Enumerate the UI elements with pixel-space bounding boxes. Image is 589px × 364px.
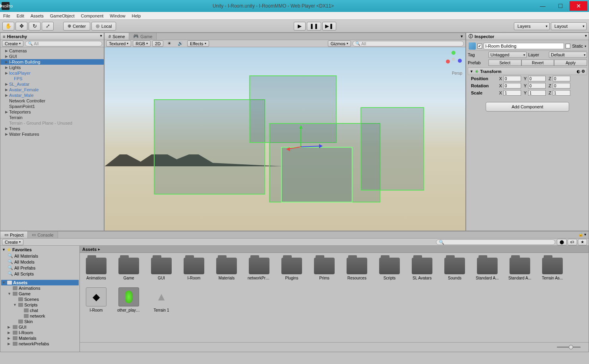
hierarchy-item[interactable]: ▶Teleporters: [0, 109, 104, 115]
rotation-x-input[interactable]: [504, 83, 521, 89]
hierarchy-item[interactable]: ▶Trees: [0, 126, 104, 131]
transform-component-header[interactable]: ▼ ⚹ Transform ◐ ⚙: [468, 67, 587, 75]
project-tab[interactable]: ▭ Project: [0, 231, 28, 238]
rotate-tool-button[interactable]: ↻: [29, 22, 41, 31]
layout-dropdown[interactable]: Layout: [551, 22, 587, 30]
gameobject-active-checkbox[interactable]: ✔: [477, 44, 482, 48]
audio-toggle-icon[interactable]: 🔊: [175, 40, 186, 46]
asset-item[interactable]: Resources: [345, 258, 368, 280]
hierarchy-item[interactable]: Terrain: [0, 115, 104, 120]
search-save-icon[interactable]: ★: [578, 239, 587, 245]
menu-help[interactable]: Help: [132, 13, 141, 18]
asset-item[interactable]: Prims: [313, 258, 336, 280]
layers-dropdown[interactable]: Layers: [514, 22, 550, 30]
scale-tool-button[interactable]: ⤢: [42, 22, 54, 31]
favorite-item[interactable]: 🔍All Materials: [1, 253, 79, 259]
hierarchy-item[interactable]: ▶GUI: [0, 54, 104, 59]
hierarchy-item[interactable]: ▶I-Room Building: [0, 59, 104, 65]
asset-item[interactable]: Standard A...: [476, 258, 499, 280]
hierarchy-item[interactable]: ▶Avatar_Female: [0, 87, 104, 92]
hierarchy-item[interactable]: ▶Lights: [0, 65, 104, 70]
asset-item[interactable]: Plugins: [280, 258, 303, 280]
step-button[interactable]: ▶❚: [322, 22, 336, 31]
add-component-button[interactable]: Add Component: [486, 102, 569, 112]
asset-grid[interactable]: AnimationsGameGUII-RoomMaterialsnetworkP…: [80, 253, 589, 342]
favorite-item[interactable]: 🔍All Models: [1, 259, 79, 265]
tree-item[interactable]: chat: [1, 308, 79, 313]
tree-item[interactable]: ▼Scripts: [1, 302, 79, 308]
hierarchy-search-input[interactable]: 🔍All: [25, 41, 102, 46]
tree-item[interactable]: Skin: [1, 319, 79, 324]
breadcrumb[interactable]: Assets ▸: [80, 246, 589, 253]
play-button[interactable]: ▶: [294, 22, 306, 31]
scale-y-input[interactable]: [528, 90, 546, 96]
asset-item[interactable]: GUI: [150, 258, 173, 280]
maximize-button[interactable]: ☐: [552, 1, 570, 11]
asset-item[interactable]: other_playe...: [117, 287, 140, 312]
close-button[interactable]: ✕: [570, 1, 587, 11]
pivot-center-button[interactable]: ⊕ Center: [63, 22, 90, 31]
game-tab[interactable]: 🎮 Game: [129, 33, 157, 40]
menu-file[interactable]: File: [3, 13, 10, 18]
project-tree[interactable]: ▼★Favorites 🔍All Materials🔍All Models🔍Al…: [0, 246, 80, 352]
hierarchy-tab[interactable]: ≡ Hierarchy▾: [0, 33, 104, 40]
console-tab[interactable]: ▭ Console: [28, 231, 58, 238]
prefab-apply-button[interactable]: Apply: [554, 60, 587, 66]
tree-item[interactable]: Animations: [1, 285, 79, 291]
2d-toggle-button[interactable]: 2D: [152, 40, 163, 47]
position-z-input[interactable]: [553, 76, 570, 81]
asset-item[interactable]: Standard A...: [508, 258, 531, 280]
pause-button[interactable]: ❚❚: [307, 22, 321, 31]
hierarchy-item[interactable]: ▶localPlayer: [0, 70, 104, 76]
asset-item[interactable]: ▲Terrain 1: [150, 287, 173, 312]
render-mode-dropdown[interactable]: RGB ▾: [133, 40, 151, 47]
position-x-input[interactable]: [504, 76, 521, 81]
project-create-button[interactable]: Create ▾: [2, 239, 23, 245]
inspector-tab[interactable]: ⓘ Inspector▾: [466, 33, 589, 40]
static-checkbox[interactable]: [566, 44, 570, 48]
hierarchy-item[interactable]: FPS: [0, 76, 104, 81]
asset-item[interactable]: Terrain As...: [541, 258, 564, 280]
favorites-header[interactable]: ▼★Favorites: [1, 247, 79, 253]
effects-dropdown[interactable]: Effects ▾: [187, 40, 209, 47]
tree-item[interactable]: network: [1, 313, 79, 319]
layer-dropdown[interactable]: Default: [549, 52, 587, 58]
menu-component[interactable]: Component: [81, 13, 103, 18]
tree-item[interactable]: ▶networkPrefabs: [1, 341, 79, 347]
hierarchy-item[interactable]: ▶Water Features: [0, 131, 104, 137]
panel-lock-icon[interactable]: 🔒 ▾: [576, 231, 589, 238]
position-y-input[interactable]: [528, 76, 546, 81]
hierarchy-item[interactable]: ▶Cameras: [0, 48, 104, 54]
hierarchy-list[interactable]: ▶Cameras▶GUI▶I-Room Building▶Lights▶loca…: [0, 47, 104, 231]
tree-item[interactable]: ▶GUI: [1, 324, 79, 330]
rotation-y-input[interactable]: [528, 83, 546, 89]
hierarchy-item[interactable]: ▶Avatar_Male: [0, 92, 104, 98]
tree-item[interactable]: Scenes: [1, 297, 79, 302]
prefab-revert-button[interactable]: Revert: [521, 60, 554, 66]
scale-x-input[interactable]: [504, 90, 521, 96]
thumbnail-size-slider[interactable]: [557, 347, 581, 348]
asset-item[interactable]: Animations: [85, 258, 108, 280]
asset-item[interactable]: SL Avatars: [411, 258, 434, 280]
tree-item[interactable]: ▶I-Room: [1, 330, 79, 335]
pivot-local-button[interactable]: ◎ Local: [91, 22, 116, 31]
scene-tab[interactable]: # Scene: [105, 33, 129, 40]
menu-window[interactable]: Window: [110, 13, 125, 18]
tree-item[interactable]: ▼Game: [1, 291, 79, 297]
move-gizmo-icon[interactable]: [285, 123, 333, 159]
asset-item[interactable]: Scripts: [378, 258, 401, 280]
hierarchy-item[interactable]: Terrain - Ground Plane - Unused: [0, 120, 104, 126]
project-search-input[interactable]: 🔍: [436, 239, 555, 245]
scale-z-input[interactable]: [553, 90, 570, 96]
tag-dropdown[interactable]: Untagged: [488, 52, 527, 58]
asset-item[interactable]: ◆I-Room: [85, 287, 108, 312]
asset-item[interactable]: Materials: [215, 258, 238, 280]
favorite-item[interactable]: 🔍All Prefabs: [1, 265, 79, 271]
minimize-button[interactable]: —: [534, 1, 552, 11]
favorite-item[interactable]: 🔍All Scripts: [1, 271, 79, 277]
asset-item[interactable]: networkPre...: [248, 258, 271, 280]
search-filter-icon[interactable]: ⬤: [557, 239, 567, 245]
asset-item[interactable]: Sounds: [443, 258, 466, 280]
hierarchy-item[interactable]: Network Controller: [0, 98, 104, 104]
asset-item[interactable]: Game: [117, 258, 140, 280]
